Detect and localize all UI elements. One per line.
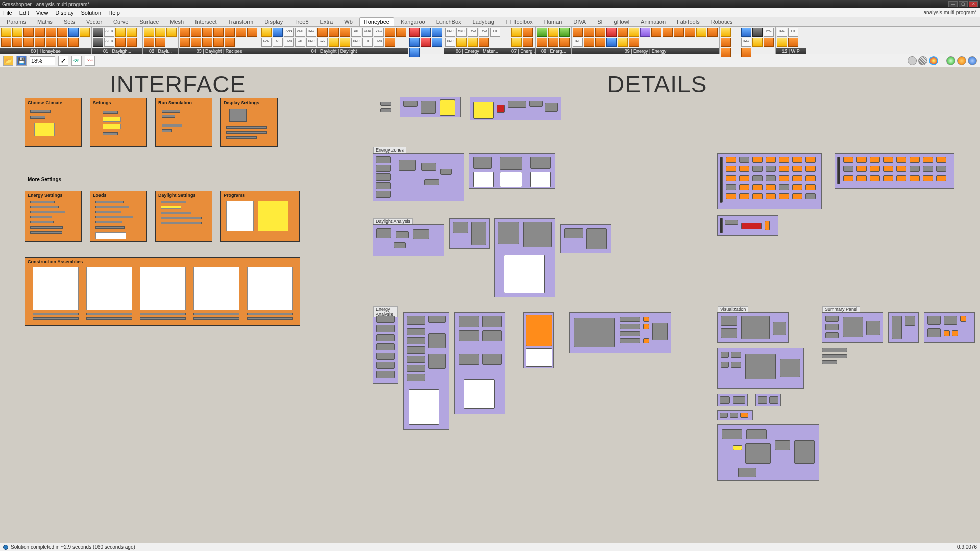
ribbon-icon[interactable] — [329, 28, 339, 37]
tab-diva[interactable]: DIVA — [569, 17, 591, 26]
ribbon-icon[interactable] — [752, 38, 763, 47]
shade-flat-icon[interactable] — [908, 56, 917, 65]
ribbon-icon[interactable] — [651, 28, 662, 37]
ribbon-icon[interactable] — [511, 28, 522, 37]
ribbon-icon[interactable] — [340, 28, 350, 37]
minimize-button[interactable]: — — [948, 1, 958, 7]
group[interactable] — [888, 312, 919, 343]
ribbon-icon[interactable]: 123 — [317, 38, 328, 47]
tab-intersect[interactable]: Intersect — [190, 17, 221, 26]
ribbon-icon[interactable] — [548, 38, 558, 47]
ribbon-icon[interactable] — [191, 28, 201, 37]
ribbon-icon[interactable] — [548, 28, 558, 37]
ribbon-icon[interactable] — [180, 38, 190, 47]
component[interactable] — [822, 360, 837, 364]
ribbon-icon[interactable] — [317, 28, 328, 37]
ribbon-icon[interactable] — [421, 28, 431, 37]
group-loads[interactable]: Loads — [90, 191, 147, 242]
ribbon-icon[interactable] — [35, 38, 45, 47]
preview-blue-icon[interactable] — [968, 56, 977, 65]
ribbon-icon[interactable]: VSC — [374, 28, 384, 37]
tab-ghowl[interactable]: gHowl — [609, 17, 634, 26]
ribbon-icon[interactable] — [385, 38, 395, 47]
ribbon-icon[interactable]: DIF — [351, 28, 361, 37]
group[interactable] — [403, 312, 449, 430]
ribbon-icon[interactable] — [456, 38, 467, 47]
canvas[interactable]: INTERFACE DETAILS Choose ClimateSettings… — [0, 67, 980, 540]
ribbon-icon[interactable] — [629, 28, 639, 37]
ribbon-icon[interactable] — [127, 28, 137, 37]
save-button[interactable]: 💾 — [16, 56, 27, 66]
tab-maths[interactable]: Maths — [33, 17, 57, 26]
group[interactable] — [560, 224, 611, 253]
ribbon-icon[interactable] — [202, 28, 212, 37]
ribbon-icon[interactable] — [202, 38, 212, 47]
group-construction-assemblies[interactable]: Construction Assemblies — [24, 257, 300, 326]
ribbon-icon[interactable] — [12, 28, 22, 37]
group-visualization[interactable]: Visualization — [717, 312, 789, 343]
tab-kangaroo[interactable]: Kangaroo — [396, 17, 430, 26]
tab-tt-toolbox[interactable]: TT Toolbox — [501, 17, 537, 26]
tab-extra[interactable]: Extra — [315, 17, 338, 26]
ribbon-icon[interactable] — [523, 28, 533, 37]
group-daylight-settings[interactable]: Daylight Settings — [155, 191, 212, 242]
ribbon-icon[interactable]: ANN — [295, 28, 305, 37]
ribbon-icon[interactable] — [23, 38, 34, 47]
ribbon-icon[interactable] — [606, 38, 617, 47]
tab-animation[interactable]: Animation — [636, 17, 670, 26]
ribbon-icon[interactable] — [329, 38, 339, 47]
ribbon-icon[interactable] — [225, 28, 235, 37]
ribbon-icon[interactable] — [93, 28, 103, 37]
tab-tree8[interactable]: Tree8 — [289, 17, 313, 26]
shade-wireframe-icon[interactable] — [918, 56, 927, 65]
ribbon-icon[interactable] — [409, 48, 420, 57]
sketch-button[interactable]: 〰 — [85, 56, 95, 66]
ribbon-icon[interactable] — [595, 38, 605, 47]
tab-display[interactable]: Display — [260, 17, 287, 26]
group[interactable] — [494, 218, 555, 297]
group[interactable] — [717, 215, 778, 236]
ribbon-icon[interactable] — [191, 38, 201, 47]
ribbon-icon[interactable] — [340, 38, 350, 47]
ribbon-icon[interactable] — [584, 28, 594, 37]
menu-display[interactable]: Display — [55, 10, 74, 16]
ribbon-icon[interactable] — [741, 48, 751, 57]
tab-curve[interactable]: Curve — [109, 17, 133, 26]
preview-orange-icon[interactable] — [957, 56, 966, 65]
ribbon-icon[interactable] — [115, 28, 126, 37]
ribbon-icon[interactable]: ATTR — [104, 28, 114, 37]
ribbon-icon[interactable] — [432, 38, 442, 47]
ribbon-icon[interactable] — [707, 28, 718, 37]
group[interactable] — [454, 312, 505, 414]
ribbon-icon[interactable] — [236, 28, 246, 37]
ribbon-icon[interactable] — [640, 28, 650, 37]
menu-edit[interactable]: Edit — [19, 10, 29, 16]
ribbon-icon[interactable] — [674, 28, 684, 37]
ribbon-icon[interactable]: IMG — [764, 28, 774, 37]
ribbon-icon[interactable]: HB — [788, 28, 798, 37]
ribbon-icon[interactable] — [409, 28, 420, 37]
ribbon-icon[interactable] — [432, 28, 442, 37]
ribbon-icon[interactable] — [777, 38, 787, 47]
ribbon-icon[interactable] — [46, 28, 56, 37]
ribbon-icon[interactable] — [764, 38, 774, 47]
ribbon-icon[interactable] — [685, 28, 695, 37]
ribbon-icon[interactable]: GIF — [295, 38, 305, 47]
ribbon-icon[interactable]: HDR — [284, 38, 294, 47]
ribbon-icon[interactable] — [57, 38, 67, 47]
ribbon-icon[interactable]: OI — [273, 38, 283, 47]
group[interactable] — [717, 410, 753, 420]
ribbon-icon[interactable]: IDF — [573, 38, 583, 47]
ribbon-icon[interactable] — [752, 28, 763, 37]
component[interactable] — [822, 354, 847, 358]
ribbon-icon[interactable]: ATTR — [104, 38, 114, 47]
ribbon-icon[interactable]: ANN — [284, 28, 294, 37]
tab-honeybee[interactable]: Honeybee — [359, 17, 394, 26]
preview-toggle[interactable]: 👁 — [71, 56, 82, 66]
ribbon-icon[interactable] — [35, 28, 45, 37]
ribbon-icon[interactable] — [46, 38, 56, 47]
group-energy-analysis[interactable]: Energy Analysis — [373, 312, 398, 384]
ribbon-icon[interactable]: HDR — [445, 28, 455, 37]
ribbon-icon[interactable]: RAD — [261, 38, 272, 47]
group-display-settings[interactable]: Display Settings — [220, 98, 278, 147]
